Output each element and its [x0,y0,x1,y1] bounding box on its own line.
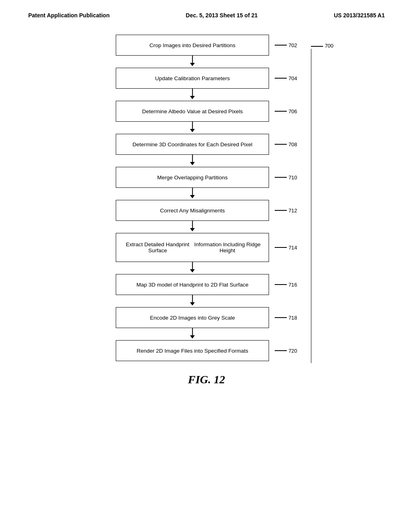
step-ref-710: 710 [275,175,297,181]
step-ref-720: 720 [275,348,297,354]
step-box-706: Determine Albedo Value at Desired Pixels [116,101,269,122]
step-ref-718: 718 [275,315,297,321]
ref-num-720: 720 [288,348,297,354]
step-row-712: Correct Any Misalignments712 [116,200,297,221]
header-center: Dec. 5, 2013 Sheet 15 of 21 [186,12,258,19]
step-ref-712: 712 [275,208,297,214]
step-ref-714: 714 [275,245,297,251]
step-box-702: Crop Images into Desired Partitions [116,35,269,56]
ref-line-712 [275,210,287,211]
page-header: Patent Application Publication Dec. 5, 2… [24,12,389,19]
arrow-706 [116,122,269,134]
figure-label: FIG. 12 [188,373,225,386]
ref-num-704: 704 [288,75,297,81]
arrow-714 [116,262,269,274]
step-row-710: Merge Overlapping Partitions710 [116,167,297,188]
step-ref-716: 716 [275,282,297,288]
step-box-708: Determine 3D Coordinates for Each Desire… [116,134,269,155]
ref-line-702 [275,45,287,46]
page: Patent Application Publication Dec. 5, 2… [0,0,413,532]
arrow-710 [116,188,269,200]
ref-num-710: 710 [288,175,297,181]
ref-num-716: 716 [288,282,297,288]
step-row-702: Crop Images into Desired Partitions702 [116,35,297,56]
arrow-716 [116,295,269,307]
step-row-716: Map 3D model of Handprint to 2D Flat Sur… [116,274,297,295]
ref-line-710 [275,177,287,178]
step-row-718: Encode 2D Images into Grey Scale718 [116,307,297,328]
ref-num-714: 714 [288,245,297,251]
ref-line-704 [275,78,287,79]
outer-label: 700 [325,43,334,49]
ref-num-712: 712 [288,208,297,214]
arrow-708 [116,155,269,167]
arrow-718 [116,328,269,340]
ref-line-706 [275,111,287,112]
ref-num-708: 708 [288,141,297,148]
step-box-704: Update Calibration Parameters [116,68,269,89]
header-right: US 2013/321585 A1 [334,12,385,19]
step-ref-702: 702 [275,42,297,48]
arrow-702 [116,56,269,68]
step-box-712: Correct Any Misalignments [116,200,269,221]
ref-line-714 [275,247,287,248]
step-box-718: Encode 2D Images into Grey Scale [116,307,269,328]
ref-num-718: 718 [288,315,297,321]
step-box-716: Map 3D model of Handprint to 2D Flat Sur… [116,274,269,295]
arrow-712 [116,221,269,233]
step-row-708: Determine 3D Coordinates for Each Desire… [116,134,297,155]
ref-num-706: 706 [288,108,297,114]
step-row-720: Render 2D Image Files into Specified For… [116,340,297,361]
header-left: Patent Application Publication [28,12,110,19]
step-row-706: Determine Albedo Value at Desired Pixels… [116,101,297,122]
step-box-720: Render 2D Image Files into Specified For… [116,340,269,361]
step-row-704: Update Calibration Parameters704 [116,68,297,89]
ref-line-708 [275,144,287,145]
ref-num-702: 702 [288,42,297,48]
ref-line-718 [275,317,287,318]
flow-steps: Crop Images into Desired Partitions702Up… [116,35,297,361]
diagram: Crop Images into Desired Partitions702Up… [24,35,389,386]
step-row-714: Extract Detailed Handprint SurfaceInform… [116,233,297,262]
step-ref-704: 704 [275,75,297,81]
arrow-704 [116,89,269,101]
ref-line-720 [275,350,287,351]
step-box-714: Extract Detailed Handprint SurfaceInform… [116,233,269,262]
step-ref-706: 706 [275,108,297,114]
step-box-710: Merge Overlapping Partitions [116,167,269,188]
step-ref-708: 708 [275,141,297,148]
ref-line-716 [275,284,287,285]
